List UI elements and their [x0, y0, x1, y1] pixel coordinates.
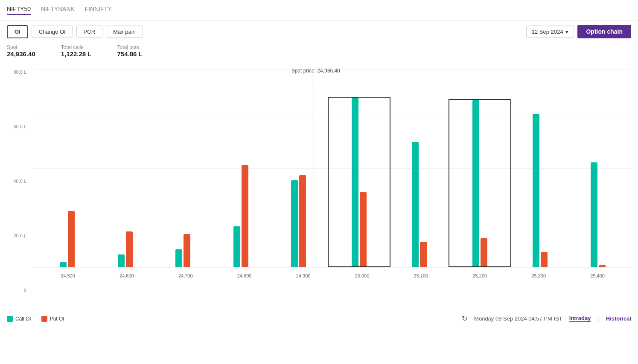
spot-label: Spot: [7, 44, 35, 50]
call-bar: [533, 114, 539, 267]
total-calls-value: 1,122.28 L: [61, 50, 92, 58]
total-puts-stat: Total puts 754.86 L: [117, 44, 142, 58]
total-calls-stat: Total calls 1,122.28 L: [61, 44, 92, 58]
x-axis-label: 25,400: [568, 273, 627, 278]
put-bar: [360, 192, 367, 266]
bar-group: [511, 114, 569, 267]
bars-container: [34, 69, 631, 267]
bar-group: [212, 165, 270, 267]
tab-nifty50[interactable]: NIFTY50: [7, 6, 31, 15]
call-bar: [591, 162, 597, 267]
date-selector[interactable]: 12 Sep 2024 ▾: [526, 26, 574, 38]
put-oi-color: [41, 316, 47, 322]
footer: ↻ Monday 09 Sep 2024 04:57 PM IST Intrad…: [462, 315, 631, 323]
put-bar: [184, 234, 190, 267]
bar-group: [449, 99, 512, 267]
put-bar: [299, 175, 306, 267]
bar-group: [569, 162, 627, 267]
x-axis-label: 25,100: [391, 273, 450, 278]
y-axis-label: 0: [0, 288, 30, 293]
y-axis-label: 40.0 L: [0, 179, 30, 184]
bar-group: [154, 234, 212, 267]
put-bar: [541, 252, 548, 267]
x-axis-label: 24,500: [38, 273, 97, 278]
chart-area: Spot price: 24,936.40 24,50024,60024,700…: [0, 63, 638, 310]
bar-group: [390, 142, 449, 267]
x-axis-label: 24,600: [97, 273, 156, 278]
tab-niftybank[interactable]: NIFTYBANK: [41, 6, 75, 15]
put-bar: [420, 242, 427, 267]
x-axis-label: 25,200: [450, 273, 509, 278]
put-bar: [481, 238, 487, 266]
put-bar: [126, 231, 133, 267]
call-oi-color: [7, 316, 13, 322]
bar-group: [96, 231, 154, 267]
historical-button[interactable]: Historical: [606, 315, 631, 322]
x-axis-label: 24,900: [274, 273, 333, 278]
spot-stat: Spot 24,936.40: [7, 44, 35, 58]
x-axis: 24,50024,60024,70024,80024,90025,00025,1…: [34, 267, 631, 284]
y-axis-label: 60.0 L: [0, 124, 30, 129]
y-axis-label: 80.0 L: [0, 69, 30, 75]
pcr-button[interactable]: PCR: [76, 26, 102, 38]
put-oi-label: Put OI: [50, 316, 64, 322]
legend: Call OI Put OI ↻ Monday 09 Sep 2024 04:5…: [0, 310, 638, 327]
spot-value: 24,936.40: [7, 50, 35, 58]
x-axis-label: 25,300: [509, 273, 568, 278]
intraday-button[interactable]: Intraday: [569, 315, 591, 322]
call-bar: [175, 249, 182, 267]
stats-row: Spot 24,936.40 Total calls 1,122.28 L To…: [0, 43, 638, 63]
y-axis: 80.0 L60.0 L40.0 L20.0 L0: [0, 69, 30, 293]
call-oi-legend: Call OI: [7, 316, 31, 322]
refresh-icon[interactable]: ↻: [462, 315, 467, 323]
change-oi-button[interactable]: Change OI: [32, 26, 73, 38]
option-chain-button[interactable]: Option chain: [577, 25, 631, 38]
call-bar: [118, 254, 125, 267]
call-bar: [472, 100, 479, 266]
call-bar: [352, 98, 358, 266]
put-bar: [242, 165, 248, 267]
call-bar: [233, 226, 240, 267]
call-oi-label: Call OI: [15, 316, 31, 322]
bar-group: [38, 211, 96, 267]
date-value: 12 Sep 2024: [532, 29, 563, 35]
bar-group: [328, 97, 391, 267]
controls-row: OI Change OI PCR Max pain 12 Sep 2024 ▾ …: [0, 20, 638, 43]
top-navigation: NIFTY50 NIFTYBANK FINNIFTY: [0, 0, 638, 20]
call-bar: [291, 180, 298, 267]
total-puts-label: Total puts: [117, 44, 142, 50]
put-bar: [68, 211, 75, 267]
call-bar: [412, 142, 419, 267]
x-axis-label: 25,000: [333, 273, 392, 278]
y-axis-label: 20.0 L: [0, 233, 30, 238]
x-axis-label: 24,700: [156, 273, 215, 278]
footer-date: Monday 09 Sep 2024 04:57 PM IST: [474, 315, 562, 322]
total-puts-value: 754.86 L: [117, 50, 142, 58]
x-axis-label: 24,800: [215, 273, 274, 278]
total-calls-label: Total calls: [61, 44, 92, 50]
bar-group: [270, 175, 328, 267]
put-oi-legend: Put OI: [41, 316, 64, 322]
call-bar: [60, 262, 67, 267]
tab-finnifty[interactable]: FINNIFTY: [85, 6, 112, 15]
chevron-down-icon: ▾: [565, 29, 568, 35]
max-pain-button[interactable]: Max pain: [106, 26, 143, 38]
oi-button[interactable]: OI: [7, 25, 28, 38]
